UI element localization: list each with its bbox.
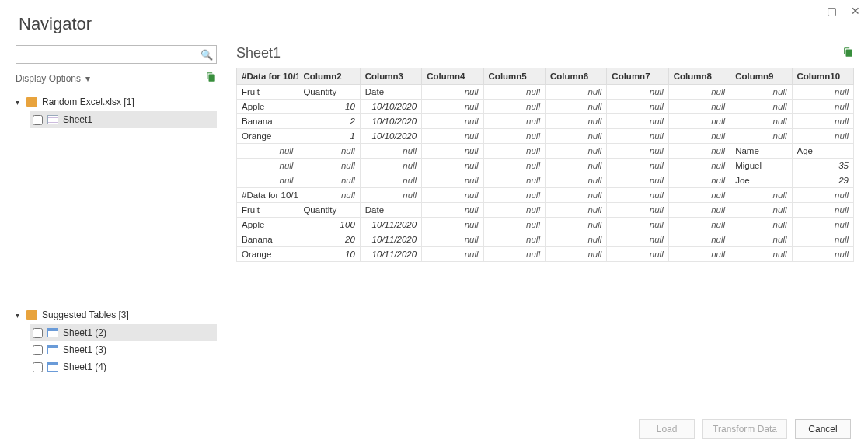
- table-row[interactable]: #Data for 10/11/2020nullnullnullnullnull…: [237, 188, 854, 203]
- table-cell[interactable]: null: [730, 203, 792, 218]
- table-cell[interactable]: null: [607, 218, 668, 232]
- table-cell[interactable]: Orange: [237, 247, 298, 262]
- column-header[interactable]: #Data for 10/10/2020: [237, 68, 298, 85]
- cancel-button[interactable]: Cancel: [795, 419, 851, 439]
- load-button[interactable]: Load: [639, 419, 695, 439]
- column-header[interactable]: Column4: [422, 68, 483, 85]
- column-header[interactable]: Column5: [483, 68, 545, 85]
- table-cell[interactable]: null: [237, 173, 298, 188]
- tree-item[interactable]: Sheet1 (3): [30, 341, 217, 358]
- tree-item[interactable]: Sheet1 (2): [30, 324, 217, 341]
- table-cell[interactable]: null: [545, 203, 606, 218]
- table-cell[interactable]: Fruit: [237, 85, 298, 100]
- table-cell[interactable]: null: [545, 144, 606, 159]
- table-row[interactable]: Orange1010/11/2020nullnullnullnullnullnu…: [237, 247, 854, 262]
- table-cell[interactable]: null: [668, 85, 730, 100]
- table-cell[interactable]: null: [668, 100, 730, 114]
- table-cell[interactable]: null: [483, 85, 545, 100]
- table-cell[interactable]: null: [483, 159, 545, 173]
- table-cell[interactable]: null: [360, 173, 421, 188]
- table-cell[interactable]: Date: [360, 85, 421, 100]
- table-cell[interactable]: null: [237, 159, 298, 173]
- tree-item-checkbox[interactable]: [33, 115, 43, 125]
- table-cell[interactable]: null: [792, 85, 853, 100]
- table-cell[interactable]: null: [298, 173, 360, 188]
- table-cell[interactable]: null: [545, 114, 606, 129]
- table-cell[interactable]: null: [730, 218, 792, 232]
- table-cell[interactable]: 10: [298, 100, 360, 114]
- table-cell[interactable]: null: [668, 144, 730, 159]
- table-row[interactable]: nullnullnullnullnullnullnullnullJoe29: [237, 173, 854, 188]
- table-cell[interactable]: null: [607, 144, 668, 159]
- table-cell[interactable]: null: [792, 218, 853, 232]
- table-cell[interactable]: null: [607, 247, 668, 262]
- tree-item[interactable]: Sheet1: [30, 111, 217, 128]
- column-header[interactable]: Column10: [792, 68, 853, 85]
- table-cell[interactable]: null: [422, 218, 483, 232]
- table-cell[interactable]: null: [298, 188, 360, 203]
- table-cell[interactable]: null: [792, 188, 853, 203]
- table-cell[interactable]: Age: [792, 144, 853, 159]
- table-cell[interactable]: 10/10/2020: [360, 129, 421, 144]
- table-cell[interactable]: null: [360, 144, 421, 159]
- table-cell[interactable]: null: [730, 114, 792, 129]
- table-cell[interactable]: 10/10/2020: [360, 114, 421, 129]
- table-cell[interactable]: null: [730, 129, 792, 144]
- table-cell[interactable]: Orange: [237, 129, 298, 144]
- table-cell[interactable]: null: [483, 203, 545, 218]
- table-cell[interactable]: 10: [298, 247, 360, 262]
- table-cell[interactable]: null: [607, 173, 668, 188]
- table-cell[interactable]: null: [668, 159, 730, 173]
- table-cell[interactable]: null: [730, 232, 792, 247]
- preview-action-icon[interactable]: [843, 47, 854, 60]
- table-cell[interactable]: null: [730, 188, 792, 203]
- table-cell[interactable]: null: [607, 232, 668, 247]
- table-cell[interactable]: null: [792, 114, 853, 129]
- table-cell[interactable]: null: [483, 188, 545, 203]
- column-header[interactable]: Column6: [545, 68, 606, 85]
- table-cell[interactable]: null: [483, 144, 545, 159]
- table-row[interactable]: Banana2010/11/2020nullnullnullnullnullnu…: [237, 232, 854, 247]
- table-cell[interactable]: null: [545, 232, 606, 247]
- tree-item-checkbox[interactable]: [33, 362, 43, 372]
- tree-item[interactable]: Sheet1 (4): [30, 358, 217, 375]
- table-cell[interactable]: null: [483, 247, 545, 262]
- table-cell[interactable]: null: [545, 188, 606, 203]
- table-cell[interactable]: null: [237, 144, 298, 159]
- table-cell[interactable]: Apple: [237, 218, 298, 232]
- table-cell[interactable]: null: [422, 129, 483, 144]
- window-restore-icon[interactable]: ▢: [827, 5, 837, 17]
- table-cell[interactable]: Fruit: [237, 203, 298, 218]
- table-cell[interactable]: 10/11/2020: [360, 218, 421, 232]
- table-row[interactable]: Apple1010/10/2020nullnullnullnullnullnul…: [237, 100, 854, 114]
- table-cell[interactable]: null: [668, 188, 730, 203]
- tree-group-header[interactable]: ▾Suggested Tables [3]: [16, 307, 217, 323]
- table-cell[interactable]: null: [545, 218, 606, 232]
- table-cell[interactable]: null: [422, 232, 483, 247]
- table-cell[interactable]: null: [668, 114, 730, 129]
- table-cell[interactable]: null: [483, 173, 545, 188]
- table-cell[interactable]: Name: [730, 144, 792, 159]
- table-cell[interactable]: null: [545, 173, 606, 188]
- table-cell[interactable]: null: [668, 129, 730, 144]
- table-cell[interactable]: null: [483, 232, 545, 247]
- column-header[interactable]: Column2: [298, 68, 360, 85]
- table-cell[interactable]: null: [792, 203, 853, 218]
- window-close-icon[interactable]: ✕: [851, 5, 860, 17]
- table-cell[interactable]: null: [545, 247, 606, 262]
- table-cell[interactable]: null: [422, 173, 483, 188]
- table-cell[interactable]: null: [607, 114, 668, 129]
- table-cell[interactable]: #Data for 10/11/2020: [237, 188, 298, 203]
- table-cell[interactable]: 10/11/2020: [360, 232, 421, 247]
- table-cell[interactable]: null: [422, 100, 483, 114]
- refresh-icon[interactable]: [206, 72, 217, 85]
- table-cell[interactable]: null: [668, 247, 730, 262]
- table-cell[interactable]: 100: [298, 218, 360, 232]
- search-icon[interactable]: 🔍: [200, 49, 213, 61]
- table-row[interactable]: Orange110/10/2020nullnullnullnullnullnul…: [237, 129, 854, 144]
- table-cell[interactable]: Quantity: [298, 203, 360, 218]
- table-cell[interactable]: null: [792, 129, 853, 144]
- tree-group-header[interactable]: ▾Random Excel.xlsx [1]: [16, 94, 217, 110]
- table-cell[interactable]: 20: [298, 232, 360, 247]
- table-row[interactable]: FruitQuantityDatenullnullnullnullnullnul…: [237, 203, 854, 218]
